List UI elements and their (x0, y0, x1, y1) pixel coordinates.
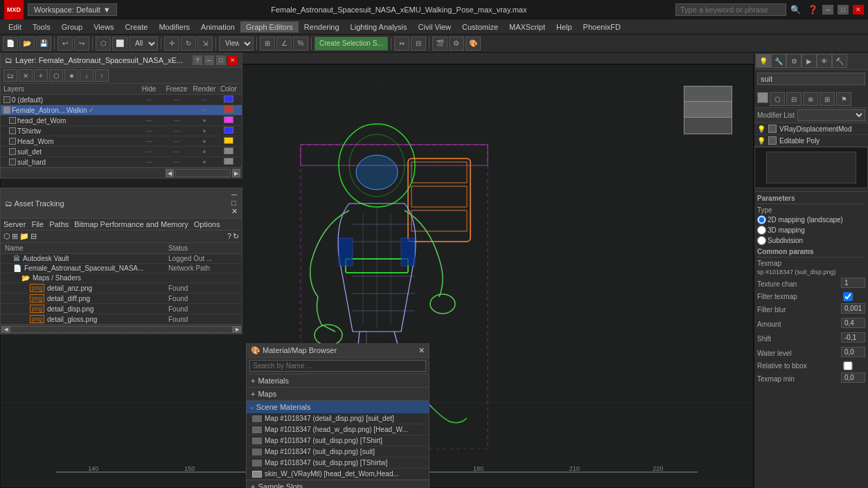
filter-blur-input[interactable] (841, 303, 865, 314)
layers-scrollbar[interactable] (175, 169, 231, 177)
menu-create[interactable]: Create (119, 21, 153, 33)
asset-scroll-left[interactable]: ◀ (1, 326, 10, 333)
relative-bbox-checkbox[interactable] (831, 361, 865, 370)
layers-new-button[interactable]: 🗂 (3, 69, 17, 82)
rp-tab-utilities[interactable]: 🔨 (832, 54, 847, 68)
help-icon[interactable]: ❓ (808, 5, 818, 15)
list-item[interactable]: Head_Wom — — ● (1, 136, 242, 147)
type-2d-radio[interactable] (757, 215, 766, 224)
list-item[interactable]: suit_det — — ● (1, 147, 242, 157)
menu-civil-view[interactable]: Civil View (413, 21, 457, 33)
list-item[interactable]: Map #1018347 (suit_disp.png) [TShirtw] (247, 458, 429, 469)
menu-help[interactable]: Help (551, 21, 578, 33)
asset-tool-2[interactable]: ⊞ (12, 232, 18, 241)
material-search-input[interactable] (249, 360, 426, 372)
material-editor-button[interactable]: 🎨 (466, 37, 481, 51)
align-button[interactable]: ⊟ (411, 37, 426, 51)
selection-filter[interactable]: All (129, 37, 158, 51)
layer-visibility-checkbox[interactable] (9, 138, 16, 145)
list-item[interactable]: Map #1018347 (suit_disp.png) [TShirt] (247, 435, 429, 446)
layers-restore-button[interactable]: □ (216, 55, 226, 65)
undo-button[interactable]: ↩ (57, 37, 73, 51)
menu-maxscript[interactable]: MAXScript (504, 21, 551, 33)
layers-highlight-button[interactable]: ★ (64, 69, 78, 82)
menu-graph-editors[interactable]: Graph Editors (240, 21, 299, 33)
layers-scroll-right[interactable]: ▶ (232, 169, 240, 177)
layers-minimize-button[interactable]: ─ (204, 55, 214, 65)
obj-type-2[interactable]: ⊟ (786, 92, 801, 106)
layers-panel-header[interactable]: 🗂 Layer: Female_Astronaut_Spacesuit_NASA… (1, 53, 242, 68)
select-region-button[interactable]: ⬜ (112, 37, 127, 51)
menu-customize[interactable]: Customize (457, 21, 504, 33)
obj-color-box[interactable] (757, 92, 768, 103)
list-item[interactable]: 💡 Editable Poly (754, 135, 868, 147)
list-item[interactable]: png detail_diff.png Found (1, 293, 242, 304)
rotate-button[interactable]: ↻ (181, 37, 196, 51)
list-item[interactable]: png detail_anz.png Found (1, 283, 242, 293)
maps-section-header[interactable]: + Maps (247, 388, 429, 400)
list-item[interactable]: Map #1018347 (detail_disp.png) [suit_det… (247, 413, 429, 424)
asset-tool-3[interactable]: 📁 (19, 232, 29, 241)
materials-section-header[interactable]: + Materials (247, 374, 429, 387)
filter-texmap-checkbox[interactable] (831, 292, 865, 301)
obj-type-1[interactable]: ⬡ (770, 92, 785, 106)
asset-menu-file[interactable]: File (31, 220, 44, 228)
save-button[interactable]: 💾 (36, 37, 51, 51)
list-item[interactable]: 🏛 Autodesk Vault Logged Out ... (1, 254, 242, 264)
minimize-button[interactable]: ─ (822, 5, 833, 15)
texmap-min-input[interactable] (841, 372, 865, 383)
list-item[interactable]: png detail_gloss.png Found (1, 314, 242, 325)
asset-tool-help[interactable]: ? (227, 232, 231, 241)
rp-tab-display2[interactable]: 👁 (817, 54, 832, 68)
layers-parent-button[interactable]: ↑ (95, 69, 109, 82)
search-icon[interactable]: 🔍 (790, 5, 801, 15)
asset-menu-paths[interactable]: Paths (49, 220, 69, 228)
rp-tab-modify[interactable]: 🔧 (771, 54, 786, 68)
layer-visibility-checkbox[interactable] (9, 127, 16, 134)
layer-visibility-checkbox[interactable] (3, 107, 10, 114)
menu-modifiers[interactable]: Modifiers (153, 21, 195, 33)
type-subdiv-radio[interactable] (757, 236, 766, 245)
obj-type-3[interactable]: ⊕ (803, 92, 818, 106)
snaps-button[interactable]: ⊞ (260, 37, 275, 51)
new-button[interactable]: 📄 (3, 37, 18, 51)
list-item[interactable]: Female_Astron....Walkin ✓ — — ● (1, 105, 242, 116)
list-item[interactable]: 0 (default) — — — (1, 95, 242, 105)
asset-menu-options[interactable]: Options (194, 220, 220, 228)
asset-tool-4[interactable]: ⊟ (30, 232, 37, 241)
material-panel-header[interactable]: 🎨 Material/Map Browser ✕ (247, 344, 429, 358)
rp-tab-hierarchy[interactable]: ⚙ (786, 54, 801, 68)
menu-group[interactable]: Group (56, 21, 89, 33)
list-item[interactable]: TShirtw — — ● (1, 126, 242, 136)
move-button[interactable]: ✛ (164, 37, 179, 51)
asset-tool-1[interactable]: ⬡ (3, 232, 10, 241)
obj-type-4[interactable]: ⊞ (820, 92, 835, 106)
modifier-list-select[interactable] (797, 109, 865, 121)
menu-rendering[interactable]: Rendering (299, 21, 345, 33)
layer-visibility-checkbox[interactable] (9, 117, 16, 124)
search-input[interactable] (675, 3, 786, 16)
shift-input[interactable] (841, 332, 865, 343)
scene-materials-header[interactable]: - Scene Materials (247, 401, 429, 413)
layer-visibility-checkbox[interactable] (9, 159, 16, 165)
layers-select-button[interactable]: ⬡ (49, 69, 63, 82)
list-item[interactable]: 💡 VRayDisplacementMod (754, 123, 868, 135)
menu-phoenixfd[interactable]: PhoenixFD (578, 21, 626, 33)
maximize-button[interactable]: □ (838, 5, 849, 15)
workspace-button[interactable]: Workspace: Default ▼ (28, 3, 117, 16)
water-level-input[interactable] (841, 347, 865, 357)
type-3d-radio[interactable] (757, 226, 766, 235)
mod-enabled-1[interactable] (768, 125, 777, 133)
amount-input[interactable] (841, 318, 865, 328)
asset-menu-bitmap[interactable]: Bitmap Performance and Memory (74, 220, 188, 228)
layer-visibility-checkbox[interactable] (9, 148, 16, 155)
layers-scroll-left[interactable]: ◀ (166, 169, 174, 177)
asset-panel-header[interactable]: 🗂 Asset Tracking ─ □ ✕ (1, 188, 242, 219)
mirror-button[interactable]: ⇔ (394, 37, 409, 51)
layers-question-button[interactable]: ? (193, 55, 202, 65)
asset-tool-refresh[interactable]: ↻ (233, 232, 239, 241)
angle-snap-button[interactable]: ∠ (276, 37, 292, 51)
list-item[interactable]: head_det_Wom — — ● (1, 116, 242, 126)
render-button[interactable]: 🎬 (432, 37, 448, 51)
sample-slots-header[interactable]: + Sample Slots (247, 480, 429, 488)
